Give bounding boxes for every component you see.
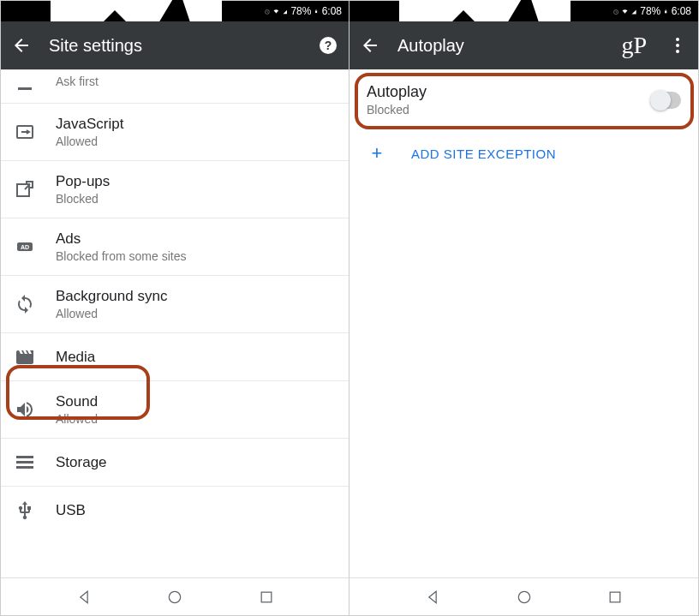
sync-sub: Allowed [56, 307, 167, 320]
app-bar: Autoplay gP [350, 21, 698, 69]
help-button[interactable]: ? [318, 35, 338, 56]
back-button[interactable] [11, 35, 32, 56]
phone-left: 78% 6:08 Site settings ? Ask first [1, 1, 350, 615]
list-item-storage[interactable]: Storage [1, 439, 349, 487]
list-item-popups[interactable]: Pop-ups Blocked [1, 161, 349, 218]
autoplay-sub: Blocked [367, 103, 650, 117]
media-icon [15, 347, 35, 368]
list-item-sound[interactable]: Sound Allowed [1, 381, 349, 439]
nav-recent[interactable] [606, 589, 624, 606]
nav-home[interactable] [516, 589, 533, 606]
battery-icon [314, 5, 318, 17]
nav-home[interactable] [166, 589, 183, 606]
clock-time: 6:08 [672, 5, 691, 17]
javascript-icon [15, 122, 35, 142]
ads-label: Ads [56, 230, 187, 248]
svg-rect-20 [666, 10, 667, 11]
list-item-location[interactable]: Ask first [1, 69, 349, 104]
page-title: Site settings [49, 36, 301, 56]
signal-icon [631, 5, 636, 17]
svg-point-13 [169, 591, 180, 602]
battery-percent: 78% [640, 5, 660, 17]
phone-right: 78% 6:08 Autoplay gP Autoplay Blocked [350, 1, 698, 615]
list-item-sync[interactable]: Background sync Allowed [1, 276, 349, 333]
plus-icon: + [367, 142, 387, 164]
status-bar: 78% 6:08 [350, 1, 698, 21]
svg-rect-5 [316, 10, 318, 11]
media-label: Media [56, 349, 95, 366]
signal-icon [283, 5, 288, 17]
sound-sub: Allowed [56, 412, 98, 426]
ads-icon: AD [15, 236, 35, 257]
clock-time: 6:08 [322, 5, 342, 17]
add-exception-label: ADD SITE EXCEPTION [411, 147, 556, 161]
sync-label: Background sync [56, 288, 167, 305]
svg-rect-19 [666, 9, 666, 10]
location-sub: Ask first [56, 75, 99, 88]
sync-icon [15, 294, 35, 314]
popup-icon [15, 179, 35, 200]
nfc-icon [265, 5, 270, 17]
list-item-media[interactable]: Media [1, 333, 349, 381]
usb-icon [15, 500, 35, 521]
sound-icon [15, 399, 35, 420]
autoplay-label: Autoplay [367, 83, 650, 101]
nfc-icon [613, 5, 618, 17]
svg-rect-8 [18, 87, 32, 90]
nav-bar [350, 577, 698, 615]
wifi-icon [273, 5, 279, 17]
svg-rect-4 [316, 10, 317, 11]
javascript-sub: Allowed [56, 135, 123, 148]
popups-sub: Blocked [56, 192, 110, 206]
autoplay-switch[interactable] [650, 92, 681, 109]
svg-rect-14 [261, 592, 272, 602]
nav-recent[interactable] [258, 589, 275, 606]
popups-label: Pop-ups [56, 173, 110, 190]
list-item-usb[interactable]: USB [1, 487, 349, 535]
page-title: Autoplay [397, 36, 604, 56]
wifi-icon [622, 5, 628, 17]
list-item-javascript[interactable]: JavaScript Allowed [1, 104, 349, 161]
nav-back[interactable] [424, 589, 441, 606]
svg-text:?: ? [325, 39, 332, 52]
javascript-label: JavaScript [56, 116, 123, 133]
location-icon [15, 70, 35, 91]
usb-label: USB [56, 502, 86, 519]
back-button[interactable] [360, 35, 380, 56]
autoplay-content: Autoplay Blocked + ADD SITE EXCEPTION [350, 69, 698, 577]
svg-rect-22 [610, 592, 620, 602]
autoplay-toggle-row[interactable]: Autoplay Blocked [350, 69, 698, 130]
ads-sub: Blocked from some sites [56, 249, 187, 263]
add-site-exception[interactable]: + ADD SITE EXCEPTION [350, 130, 698, 176]
app-bar: Site settings ? [1, 21, 349, 69]
storage-icon [15, 452, 35, 473]
status-bar: 78% 6:08 [1, 1, 349, 21]
storage-label: Storage [56, 454, 107, 471]
list-item-ads[interactable]: AD Ads Blocked from some sites [1, 218, 349, 276]
overflow-menu[interactable] [667, 35, 688, 56]
nav-bar [1, 577, 349, 615]
battery-icon [664, 5, 667, 17]
svg-text:AD: AD [21, 244, 29, 250]
battery-percent: 78% [290, 5, 311, 17]
settings-list: Ask first JavaScript Allowed Pop-ups Blo… [1, 69, 349, 577]
nav-back[interactable] [75, 589, 93, 606]
watermark-gp: gP [621, 32, 647, 59]
svg-point-21 [518, 591, 529, 602]
sound-label: Sound [56, 393, 98, 410]
